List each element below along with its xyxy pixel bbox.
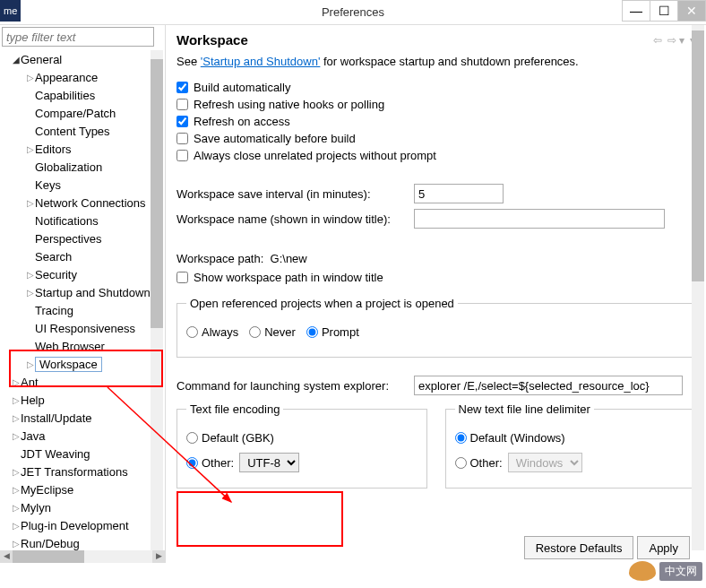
chevron-right-icon[interactable]: ▷ xyxy=(25,198,35,208)
tree-item-label: Ant xyxy=(21,376,39,389)
workspace-name-input[interactable] xyxy=(414,209,665,229)
chevron-right-icon[interactable]: ▷ xyxy=(11,539,21,549)
delimiter-other-radio[interactable] xyxy=(455,457,467,469)
tree-item-notifications[interactable]: Notifications xyxy=(4,212,165,229)
encoding-fieldset: Text file encoding Default (GBK) Other: … xyxy=(176,402,427,489)
chevron-right-icon[interactable]: ▷ xyxy=(11,377,21,387)
tree-item-label: JDT Weaving xyxy=(21,447,90,461)
content-pane: Workspace ⇦ ⇨ ▾ ▾ See 'Startup and Shutd… xyxy=(166,25,706,563)
filter-input[interactable] xyxy=(2,27,154,47)
refresh-native-checkbox[interactable] xyxy=(176,99,188,110)
chevron-right-icon[interactable]: ▷ xyxy=(25,359,35,369)
chevron-right-icon[interactable]: ▷ xyxy=(11,521,21,531)
tree-item-myeclipse[interactable]: ▷MyEclipse xyxy=(4,480,165,498)
close-unrelated-label: Always close unrelated projects without … xyxy=(194,149,436,162)
tree-item-label: UI Responsiveness xyxy=(35,322,135,335)
tree-item-ui-responsiveness[interactable]: UI Responsiveness xyxy=(4,319,165,337)
scroll-right-icon[interactable]: ▶ xyxy=(152,550,165,563)
save-interval-input[interactable] xyxy=(414,184,504,203)
open-ref-never-radio[interactable] xyxy=(249,326,261,338)
tree-item-editors[interactable]: ▷Editors xyxy=(4,140,165,158)
tree-item-network-connections[interactable]: ▷Network Connections xyxy=(4,194,165,212)
startup-shutdown-link[interactable]: 'Startup and Shutdown' xyxy=(201,55,321,68)
tree-item-tracing[interactable]: Tracing xyxy=(4,301,165,319)
tree-item-web-browser[interactable]: Web Browser xyxy=(4,337,165,355)
tree-item-label: Capabilities xyxy=(35,89,95,102)
chevron-right-icon[interactable]: ▷ xyxy=(11,503,21,513)
tree-item-label: Security xyxy=(35,268,77,281)
tree-item-appearance[interactable]: ▷Appearance xyxy=(4,68,165,86)
tree-item-ant[interactable]: ▷Ant xyxy=(4,373,165,391)
close-button[interactable]: ✕ xyxy=(677,0,706,22)
tree-item-mylyn[interactable]: ▷Mylyn xyxy=(4,498,165,516)
show-path-label: Show workspace path in window title xyxy=(194,271,383,284)
close-unrelated-checkbox[interactable] xyxy=(176,150,188,161)
tree-item-startup-and-shutdown[interactable]: ▷Startup and Shutdown xyxy=(4,283,165,301)
tree-item-capabilities[interactable]: Capabilities xyxy=(4,86,165,104)
tree-item-perspectives[interactable]: Perspectives xyxy=(4,229,165,247)
build-auto-label: Build automatically xyxy=(194,81,290,94)
tree-item-label: Editors xyxy=(35,143,71,156)
tree-item-compare-patch[interactable]: Compare/Patch xyxy=(4,104,165,122)
encoding-other-radio[interactable] xyxy=(186,457,198,469)
tree-item-security[interactable]: ▷Security xyxy=(4,265,165,283)
watermark-text: 中文网 xyxy=(659,562,702,581)
save-auto-checkbox[interactable] xyxy=(176,133,188,144)
explorer-cmd-input[interactable] xyxy=(414,376,683,395)
tree-item-jdt-weaving[interactable]: JDT Weaving xyxy=(4,445,165,463)
open-ref-prompt-radio[interactable] xyxy=(306,326,318,338)
tree-item-content-types[interactable]: Content Types xyxy=(4,122,165,140)
delimiter-legend: New text file line delimiter xyxy=(455,402,594,416)
chevron-right-icon[interactable]: ▷ xyxy=(25,73,35,82)
tree-item-plug-in-development[interactable]: ▷Plug-in Development xyxy=(4,516,165,534)
save-auto-label: Save automatically before build xyxy=(194,132,356,145)
maximize-button[interactable]: ☐ xyxy=(650,0,678,22)
chevron-right-icon[interactable]: ▷ xyxy=(25,288,35,298)
show-path-checkbox[interactable] xyxy=(176,272,188,283)
forward-icon[interactable]: ⇨ ▾ xyxy=(667,34,684,47)
tree-hscroll[interactable]: ◀ ▶ xyxy=(0,550,165,563)
delimiter-default-radio[interactable] xyxy=(455,432,467,444)
tree-item-label: Help xyxy=(21,393,45,407)
build-auto-checkbox[interactable] xyxy=(176,82,188,93)
tree-scrollbar[interactable] xyxy=(151,50,163,563)
tree-item-label: MyEclipse xyxy=(21,483,73,497)
preferences-tree[interactable]: ◢General▷AppearanceCapabilitiesCompare/P… xyxy=(0,50,165,563)
tree-item-label: Notifications xyxy=(35,214,99,228)
tree-item-globalization[interactable]: Globalization xyxy=(4,158,165,176)
open-ref-always-radio[interactable] xyxy=(186,326,198,338)
chevron-right-icon[interactable]: ▷ xyxy=(11,413,21,423)
chevron-down-icon[interactable]: ◢ xyxy=(11,55,21,65)
tree-item-keys[interactable]: Keys xyxy=(4,176,165,194)
watermark: 中文网 xyxy=(629,561,702,581)
tree-item-install-update[interactable]: ▷Install/Update xyxy=(4,409,165,427)
chevron-right-icon[interactable]: ▷ xyxy=(11,485,21,495)
scroll-left-icon[interactable]: ◀ xyxy=(0,550,13,563)
tree-item-label: Web Browser xyxy=(35,340,105,353)
delimiter-select[interactable]: Windows xyxy=(508,453,582,472)
chevron-right-icon[interactable]: ▷ xyxy=(25,144,35,154)
encoding-default-radio[interactable] xyxy=(186,432,198,444)
save-interval-label: Workspace save interval (in minutes): xyxy=(176,187,414,201)
encoding-select[interactable]: UTF-8 xyxy=(239,453,299,472)
apply-button[interactable]: Apply xyxy=(637,536,690,559)
tree-item-general[interactable]: ◢General xyxy=(4,50,165,68)
tree-item-label: Plug-in Development xyxy=(21,519,129,532)
chevron-right-icon[interactable]: ▷ xyxy=(11,395,21,405)
back-icon[interactable]: ⇦ xyxy=(653,34,662,47)
chevron-right-icon[interactable]: ▷ xyxy=(25,270,35,280)
refresh-access-checkbox[interactable] xyxy=(176,116,188,127)
minimize-button[interactable]: — xyxy=(622,0,650,22)
tree-item-java[interactable]: ▷Java xyxy=(4,427,165,445)
tree-item-run-debug[interactable]: ▷Run/Debug xyxy=(4,534,165,552)
chevron-right-icon[interactable]: ▷ xyxy=(11,467,21,477)
tree-item-search[interactable]: Search xyxy=(4,247,165,265)
chevron-right-icon[interactable]: ▷ xyxy=(11,431,21,441)
window-controls: — ☐ ✕ xyxy=(623,0,706,22)
tree-item-jet-transformations[interactable]: ▷JET Transformations xyxy=(4,463,165,480)
content-scrollbar[interactable] xyxy=(692,25,704,550)
tree-item-help[interactable]: ▷Help xyxy=(4,391,165,409)
tree-item-label: Network Connections xyxy=(35,196,146,210)
restore-defaults-button[interactable]: Restore Defaults xyxy=(524,536,634,559)
tree-item-workspace[interactable]: ▷Workspace xyxy=(4,355,165,373)
